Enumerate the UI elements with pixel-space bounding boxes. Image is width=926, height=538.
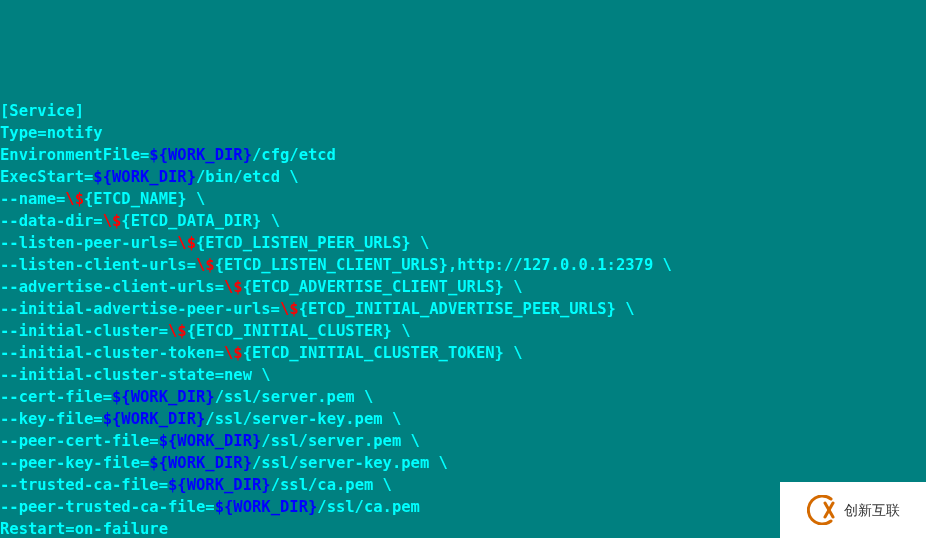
code-token: --listen-peer-urls= (0, 234, 177, 252)
code-token: [Service] (0, 102, 84, 120)
code-token: /ssl/ca.pem (317, 498, 420, 516)
code-token: --peer-key-file= (0, 454, 149, 472)
code-block: [Service]Type=notifyEnvironmentFile=${WO… (0, 100, 926, 538)
code-token: --peer-trusted-ca-file= (0, 498, 215, 516)
code-token: {ETCD_INITIAL_CLUSTER_TOKEN} \ (243, 344, 523, 362)
code-token: \$ (168, 322, 187, 340)
code-line: --data-dir=\${ETCD_DATA_DIR} \ (0, 210, 926, 232)
code-line: --initial-cluster=\${ETCD_INITIAL_CLUSTE… (0, 320, 926, 342)
code-token: ${WORK_DIR} (93, 168, 196, 186)
code-token: {ETCD_ADVERTISE_CLIENT_URLS} \ (243, 278, 523, 296)
code-token: \$ (280, 300, 299, 318)
code-token: --data-dir= (0, 212, 103, 230)
code-token: \$ (196, 256, 215, 274)
code-token: --initial-advertise-peer-urls= (0, 300, 280, 318)
code-line: --advertise-client-urls=\${ETCD_ADVERTIS… (0, 276, 926, 298)
code-token: --key-file= (0, 410, 103, 428)
code-token: --initial-cluster-state=new \ (0, 366, 271, 384)
code-line: Type=notify (0, 122, 926, 144)
code-token: --initial-cluster= (0, 322, 168, 340)
code-token: --cert-file= (0, 388, 112, 406)
code-token: /ssl/server-key.pem \ (252, 454, 448, 472)
code-token: {ETCD_INITIAL_CLUSTER} \ (187, 322, 411, 340)
code-token: \$ (103, 212, 122, 230)
code-token: ExecStart= (0, 168, 93, 186)
code-line: --initial-cluster-state=new \ (0, 364, 926, 386)
code-token: ${WORK_DIR} (112, 388, 215, 406)
code-token: ${WORK_DIR} (215, 498, 318, 516)
code-line: --key-file=${WORK_DIR}/ssl/server-key.pe… (0, 408, 926, 430)
code-token: --name= (0, 190, 65, 208)
code-token: Type=notify (0, 124, 103, 142)
code-token: \$ (224, 344, 243, 362)
code-line: --listen-client-urls=\${ETCD_LISTEN_CLIE… (0, 254, 926, 276)
code-token: ${WORK_DIR} (168, 476, 271, 494)
code-token: \$ (65, 190, 84, 208)
code-line: [Service] (0, 100, 926, 122)
watermark-logo-icon (806, 494, 838, 526)
code-token: --trusted-ca-file= (0, 476, 168, 494)
code-token: ${WORK_DIR} (159, 432, 262, 450)
watermark-text: 创新互联 (844, 499, 900, 521)
code-token: \$ (177, 234, 196, 252)
code-token: ${WORK_DIR} (149, 146, 252, 164)
code-token: /ssl/server.pem \ (215, 388, 374, 406)
code-line: --initial-advertise-peer-urls=\${ETCD_IN… (0, 298, 926, 320)
code-token: /ssl/ca.pem \ (271, 476, 392, 494)
code-line: EnvironmentFile=${WORK_DIR}/cfg/etcd (0, 144, 926, 166)
code-line: --peer-key-file=${WORK_DIR}/ssl/server-k… (0, 452, 926, 474)
code-line: --peer-cert-file=${WORK_DIR}/ssl/server.… (0, 430, 926, 452)
code-line: ExecStart=${WORK_DIR}/bin/etcd \ (0, 166, 926, 188)
code-token: /ssl/server.pem \ (261, 432, 420, 450)
code-line: --cert-file=${WORK_DIR}/ssl/server.pem \ (0, 386, 926, 408)
code-token: ${WORK_DIR} (103, 410, 206, 428)
code-token: --initial-cluster-token= (0, 344, 224, 362)
code-token: {ETCD_INITIAL_ADVERTISE_PEER_URLS} \ (299, 300, 635, 318)
code-token: --advertise-client-urls= (0, 278, 224, 296)
code-token: /ssl/server-key.pem \ (205, 410, 401, 428)
code-token: ${WORK_DIR} (149, 454, 252, 472)
code-line: --initial-cluster-token=\${ETCD_INITIAL_… (0, 342, 926, 364)
code-token: {ETCD_LISTEN_PEER_URLS} \ (196, 234, 429, 252)
code-token: /cfg/etcd (252, 146, 336, 164)
code-token: {ETCD_DATA_DIR} \ (121, 212, 280, 230)
code-token: --peer-cert-file= (0, 432, 159, 450)
code-token: \$ (224, 278, 243, 296)
code-token: --listen-client-urls= (0, 256, 196, 274)
code-token: {ETCD_LISTEN_CLIENT_URLS},http://127.0.0… (215, 256, 672, 274)
code-token: /bin/etcd \ (196, 168, 299, 186)
watermark: 创新互联 (780, 482, 926, 538)
code-token: Restart=on-failure (0, 520, 168, 538)
code-token: EnvironmentFile= (0, 146, 149, 164)
code-line: --listen-peer-urls=\${ETCD_LISTEN_PEER_U… (0, 232, 926, 254)
code-line: --name=\${ETCD_NAME} \ (0, 188, 926, 210)
code-token: {ETCD_NAME} \ (84, 190, 205, 208)
